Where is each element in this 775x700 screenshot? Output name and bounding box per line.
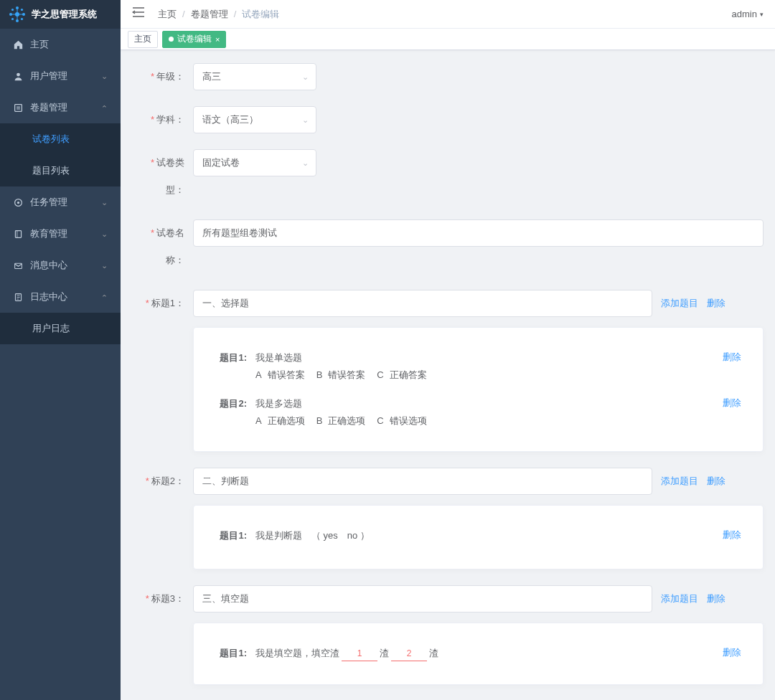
svg-point-8	[21, 18, 23, 20]
breadcrumb-sep-icon: /	[182, 9, 185, 19]
section-title-label: *标题3：	[132, 585, 193, 612]
sidebar-item-label: 消息中心	[30, 259, 67, 272]
delete-question-link[interactable]: 删除	[723, 646, 741, 659]
log-icon	[13, 292, 23, 302]
sidebar-menu: 主页用户管理⌄卷题管理⌄试卷列表题目列表任务管理⌄教育管理⌄消息中心⌄日志中心⌄…	[0, 29, 121, 700]
question-label: 题目1:	[215, 529, 255, 543]
caret-down-icon: ▾	[760, 11, 764, 18]
delete-section-link[interactable]: 删除	[707, 475, 725, 488]
sidebar-item-label: 日志中心	[30, 290, 67, 303]
svg-point-7	[11, 18, 14, 20]
breadcrumb-section[interactable]: 卷题管理	[191, 8, 228, 21]
tab[interactable]: 试卷编辑×	[162, 31, 226, 48]
main-pane: 主页 / 卷题管理 / 试卷编辑 admin ▾ 主页试卷编辑× *年级： 高三	[121, 0, 775, 700]
svg-point-13	[17, 72, 20, 76]
question-card: 题目1:我是单选题A错误答案B错误答案C正确答案删除题目2:我是多选题A正确选项…	[193, 327, 764, 452]
question-label: 题目2:	[215, 397, 255, 411]
delete-question-link[interactable]: 删除	[723, 351, 741, 364]
chevron-down-icon: ⌄	[302, 159, 309, 168]
chevron-icon: ⌄	[101, 230, 108, 239]
breadcrumb-home[interactable]: 主页	[158, 8, 177, 21]
tabs-bar: 主页试卷编辑×	[121, 29, 775, 50]
user-menu[interactable]: admin ▾	[732, 9, 764, 19]
mail-icon	[13, 260, 23, 270]
svg-point-6	[21, 9, 23, 11]
add-question-link[interactable]: 添加题目	[661, 592, 698, 605]
app-name: 学之思管理系统	[32, 8, 97, 21]
add-question-link[interactable]: 添加题目	[661, 297, 698, 310]
list-icon	[13, 103, 23, 113]
breadcrumb-sep-icon: /	[234, 9, 237, 19]
section-title-input[interactable]	[193, 468, 652, 495]
svg-point-19	[17, 201, 19, 203]
question-row: 题目1:我是填空题，填空渣1渣2渣删除	[215, 639, 741, 668]
subject-select[interactable]: 语文（高三） ⌄	[193, 106, 316, 133]
hamburger-icon[interactable]	[132, 6, 145, 22]
sidebar: 学之思管理系统 主页用户管理⌄卷题管理⌄试卷列表题目列表任务管理⌄教育管理⌄消息…	[0, 0, 121, 700]
type-label: *试卷类型：	[132, 149, 193, 204]
sidebar-item[interactable]: 卷题管理⌄	[0, 92, 121, 123]
svg-rect-20	[15, 230, 21, 237]
delete-question-link[interactable]: 删除	[723, 529, 741, 541]
delete-section-link[interactable]: 删除	[707, 297, 725, 310]
sidebar-item-label: 用户管理	[30, 70, 67, 82]
section-title-input[interactable]	[193, 290, 652, 317]
blank-slot: 2	[391, 646, 427, 661]
tab-label: 主页	[134, 33, 151, 45]
user-icon	[13, 71, 23, 81]
question-row: 题目2:我是多选题A正确选项B正确选项C错误选项删除	[215, 389, 741, 435]
question-body: 我是多选题A正确选项B正确选项C错误选项	[255, 397, 723, 428]
sidebar-item[interactable]: 教育管理⌄	[0, 218, 121, 250]
book-icon	[13, 229, 23, 239]
sidebar-item-label: 教育管理	[30, 227, 67, 240]
section-title-input[interactable]	[193, 585, 652, 612]
delete-question-link[interactable]: 删除	[723, 397, 741, 410]
breadcrumb: 主页 / 卷题管理 / 试卷编辑	[158, 8, 279, 21]
section-title-label: *标题2：	[132, 468, 193, 495]
sidebar-item[interactable]: 日志中心⌄	[0, 281, 121, 313]
sidebar-subitem[interactable]: 试卷列表	[0, 123, 121, 155]
chevron-down-icon: ⌄	[302, 72, 309, 82]
question-row: 题目1:我是单选题A错误答案B错误答案C正确答案删除	[215, 344, 741, 389]
close-icon[interactable]: ×	[215, 35, 220, 44]
sidebar-subitem[interactable]: 题目列表	[0, 155, 121, 186]
sidebar-item[interactable]: 用户管理⌄	[0, 60, 121, 92]
active-dot-icon	[169, 37, 174, 42]
chevron-icon: ⌄	[101, 103, 108, 113]
question-card: 题目1:我是填空题，填空渣1渣2渣删除	[193, 623, 764, 685]
add-question-link[interactable]: 添加题目	[661, 475, 698, 488]
question-label: 题目1:	[215, 646, 255, 661]
sidebar-item[interactable]: 主页	[0, 29, 121, 60]
question-card: 题目1:我是判断题 （ yes no ）删除	[193, 505, 764, 569]
logo-icon	[9, 6, 26, 23]
topbar: 主页 / 卷题管理 / 试卷编辑 admin ▾	[121, 0, 775, 29]
sidebar-item-label: 主页	[30, 38, 49, 51]
type-select[interactable]: 固定试卷 ⌄	[193, 149, 316, 176]
chevron-icon: ⌄	[101, 198, 108, 207]
home-icon	[13, 39, 23, 49]
breadcrumb-current: 试卷编辑	[242, 8, 279, 21]
question-row: 题目1:我是判断题 （ yes no ）删除	[215, 521, 741, 553]
blank-slot: 1	[342, 646, 377, 661]
content-area: *年级： 高三 ⌄ *学科： 语文（高三） ⌄ *试	[121, 50, 775, 700]
disc-icon	[13, 197, 23, 207]
delete-section-link[interactable]: 删除	[707, 592, 725, 605]
name-label: *试卷名称：	[132, 219, 193, 274]
sidebar-item-label: 卷题管理	[30, 101, 67, 114]
grade-label: *年级：	[132, 63, 193, 90]
user-name: admin	[732, 9, 757, 19]
question-body: 我是判断题 （ yes no ）	[255, 529, 723, 546]
sidebar-subitem[interactable]: 用户日志	[0, 313, 121, 344]
tab[interactable]: 主页	[128, 31, 158, 48]
subject-label: *学科：	[132, 106, 193, 133]
question-label: 题目1:	[215, 351, 255, 365]
paper-name-input[interactable]	[193, 219, 764, 247]
sidebar-item[interactable]: 消息中心⌄	[0, 250, 121, 281]
chevron-icon: ⌄	[101, 72, 108, 81]
tab-label: 试卷编辑	[177, 33, 212, 45]
logo-bar: 学之思管理系统	[0, 0, 121, 29]
question-body: 我是填空题，填空渣1渣2渣	[255, 646, 723, 661]
chevron-icon: ⌄	[101, 293, 108, 302]
grade-select[interactable]: 高三 ⌄	[193, 63, 316, 90]
sidebar-item[interactable]: 任务管理⌄	[0, 186, 121, 218]
